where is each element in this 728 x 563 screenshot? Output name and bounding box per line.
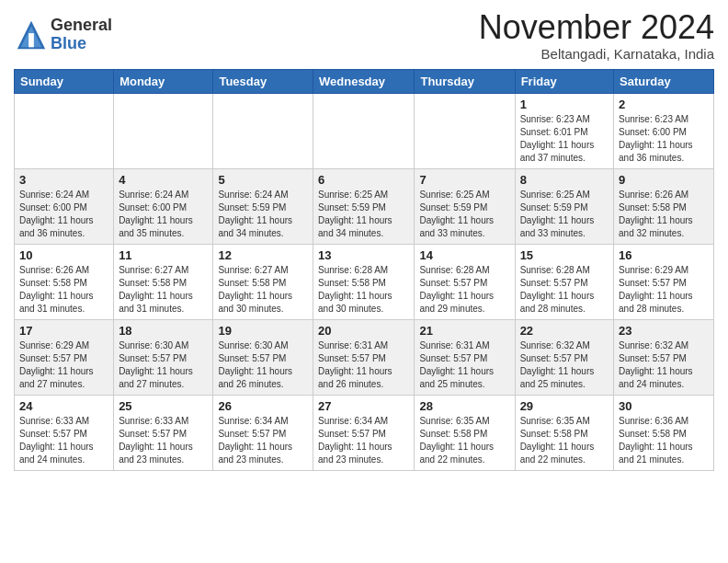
day-number: 21 (419, 324, 509, 338)
calendar-cell: 30Sunrise: 6:36 AM Sunset: 5:58 PM Dayli… (614, 395, 714, 470)
day-info: Sunrise: 6:30 AM Sunset: 5:57 PM Dayligh… (218, 339, 308, 391)
day-info: Sunrise: 6:28 AM Sunset: 5:58 PM Dayligh… (318, 264, 409, 316)
day-number: 2 (619, 98, 709, 111)
calendar-cell: 7Sunrise: 6:25 AM Sunset: 5:59 PM Daylig… (415, 168, 515, 244)
day-info: Sunrise: 6:28 AM Sunset: 5:57 PM Dayligh… (419, 264, 509, 316)
calendar: Sunday Monday Tuesday Wednesday Thursday… (14, 69, 714, 471)
calendar-cell: 26Sunrise: 6:34 AM Sunset: 5:57 PM Dayli… (213, 395, 313, 470)
day-info: Sunrise: 6:32 AM Sunset: 5:57 PM Dayligh… (619, 339, 709, 391)
day-info: Sunrise: 6:26 AM Sunset: 5:58 PM Dayligh… (19, 264, 108, 316)
day-number: 3 (19, 173, 108, 187)
calendar-header-row: Sunday Monday Tuesday Wednesday Thursday… (15, 69, 714, 93)
day-number: 17 (19, 324, 108, 338)
day-number: 4 (119, 173, 208, 187)
day-info: Sunrise: 6:33 AM Sunset: 5:57 PM Dayligh… (19, 415, 108, 466)
calendar-week-row: 17Sunrise: 6:29 AM Sunset: 5:57 PM Dayli… (15, 319, 714, 395)
day-number: 26 (218, 399, 308, 413)
calendar-cell (213, 93, 313, 168)
day-info: Sunrise: 6:25 AM Sunset: 5:59 PM Dayligh… (419, 189, 509, 240)
calendar-cell: 10Sunrise: 6:26 AM Sunset: 5:58 PM Dayli… (15, 244, 114, 319)
day-info: Sunrise: 6:31 AM Sunset: 5:57 PM Dayligh… (419, 339, 509, 391)
calendar-cell: 19Sunrise: 6:30 AM Sunset: 5:57 PM Dayli… (213, 319, 313, 395)
calendar-cell (415, 93, 515, 168)
day-info: Sunrise: 6:28 AM Sunset: 5:57 PM Dayligh… (520, 264, 609, 316)
day-number: 12 (218, 248, 308, 262)
day-number: 6 (318, 173, 409, 187)
calendar-week-row: 3Sunrise: 6:24 AM Sunset: 6:00 PM Daylig… (15, 168, 714, 244)
day-number: 10 (19, 248, 108, 262)
logo-text: General Blue (51, 17, 112, 53)
day-info: Sunrise: 6:30 AM Sunset: 5:57 PM Dayligh… (119, 339, 208, 391)
day-number: 13 (318, 248, 409, 262)
calendar-cell: 24Sunrise: 6:33 AM Sunset: 5:57 PM Dayli… (15, 395, 114, 470)
day-number: 23 (619, 324, 709, 338)
day-info: Sunrise: 6:31 AM Sunset: 5:57 PM Dayligh… (318, 339, 409, 391)
logo: General Blue (14, 17, 112, 53)
col-thursday: Thursday (415, 69, 515, 93)
col-wednesday: Wednesday (313, 69, 415, 93)
day-number: 16 (619, 248, 709, 262)
day-info: Sunrise: 6:24 AM Sunset: 5:59 PM Dayligh… (218, 189, 308, 240)
day-number: 25 (119, 399, 208, 413)
calendar-cell (15, 93, 114, 168)
calendar-week-row: 10Sunrise: 6:26 AM Sunset: 5:58 PM Dayli… (15, 244, 714, 319)
day-info: Sunrise: 6:27 AM Sunset: 5:58 PM Dayligh… (119, 264, 208, 316)
day-info: Sunrise: 6:36 AM Sunset: 5:58 PM Dayligh… (619, 415, 709, 466)
calendar-cell: 20Sunrise: 6:31 AM Sunset: 5:57 PM Dayli… (313, 319, 415, 395)
day-number: 7 (419, 173, 509, 187)
day-info: Sunrise: 6:24 AM Sunset: 6:00 PM Dayligh… (19, 189, 108, 240)
day-number: 28 (419, 399, 509, 413)
calendar-cell: 29Sunrise: 6:35 AM Sunset: 5:58 PM Dayli… (515, 395, 613, 470)
day-info: Sunrise: 6:35 AM Sunset: 5:58 PM Dayligh… (520, 415, 609, 466)
calendar-cell (114, 93, 213, 168)
calendar-cell: 5Sunrise: 6:24 AM Sunset: 5:59 PM Daylig… (213, 168, 313, 244)
day-number: 14 (419, 248, 509, 262)
calendar-cell: 17Sunrise: 6:29 AM Sunset: 5:57 PM Dayli… (15, 319, 114, 395)
calendar-cell: 25Sunrise: 6:33 AM Sunset: 5:57 PM Dayli… (114, 395, 213, 470)
col-monday: Monday (114, 69, 213, 93)
calendar-cell: 9Sunrise: 6:26 AM Sunset: 5:58 PM Daylig… (614, 168, 714, 244)
col-saturday: Saturday (614, 69, 714, 93)
day-number: 27 (318, 399, 409, 413)
day-number: 29 (520, 399, 609, 413)
calendar-cell: 14Sunrise: 6:28 AM Sunset: 5:57 PM Dayli… (415, 244, 515, 319)
day-number: 15 (520, 248, 609, 262)
day-info: Sunrise: 6:29 AM Sunset: 5:57 PM Dayligh… (19, 339, 108, 391)
svg-rect-2 (28, 33, 34, 47)
day-number: 24 (19, 399, 108, 413)
title-block: November 2024 Beltangadi, Karnataka, Ind… (479, 9, 714, 62)
day-info: Sunrise: 6:27 AM Sunset: 5:58 PM Dayligh… (218, 264, 308, 316)
calendar-week-row: 24Sunrise: 6:33 AM Sunset: 5:57 PM Dayli… (15, 395, 714, 470)
day-number: 20 (318, 324, 409, 338)
day-number: 1 (520, 98, 609, 111)
day-number: 22 (520, 324, 609, 338)
calendar-cell: 2Sunrise: 6:23 AM Sunset: 6:00 PM Daylig… (614, 93, 714, 168)
calendar-cell: 21Sunrise: 6:31 AM Sunset: 5:57 PM Dayli… (415, 319, 515, 395)
calendar-cell: 18Sunrise: 6:30 AM Sunset: 5:57 PM Dayli… (114, 319, 213, 395)
day-info: Sunrise: 6:24 AM Sunset: 6:00 PM Dayligh… (119, 189, 208, 240)
col-friday: Friday (515, 69, 613, 93)
calendar-cell: 8Sunrise: 6:25 AM Sunset: 5:59 PM Daylig… (515, 168, 613, 244)
day-info: Sunrise: 6:25 AM Sunset: 5:59 PM Dayligh… (318, 189, 409, 240)
calendar-cell (313, 93, 415, 168)
calendar-cell: 27Sunrise: 6:34 AM Sunset: 5:57 PM Dayli… (313, 395, 415, 470)
calendar-cell: 11Sunrise: 6:27 AM Sunset: 5:58 PM Dayli… (114, 244, 213, 319)
calendar-cell: 23Sunrise: 6:32 AM Sunset: 5:57 PM Dayli… (614, 319, 714, 395)
location: Beltangadi, Karnataka, India (479, 46, 714, 62)
logo-blue-text: Blue (51, 35, 112, 53)
day-info: Sunrise: 6:23 AM Sunset: 6:01 PM Dayligh… (520, 113, 609, 165)
calendar-cell: 22Sunrise: 6:32 AM Sunset: 5:57 PM Dayli… (515, 319, 613, 395)
day-info: Sunrise: 6:29 AM Sunset: 5:57 PM Dayligh… (619, 264, 709, 316)
calendar-cell: 16Sunrise: 6:29 AM Sunset: 5:57 PM Dayli… (614, 244, 714, 319)
calendar-cell: 15Sunrise: 6:28 AM Sunset: 5:57 PM Dayli… (515, 244, 613, 319)
day-info: Sunrise: 6:34 AM Sunset: 5:57 PM Dayligh… (318, 415, 409, 466)
header: General Blue November 2024 Beltangadi, K… (14, 9, 714, 62)
calendar-cell: 4Sunrise: 6:24 AM Sunset: 6:00 PM Daylig… (114, 168, 213, 244)
day-number: 11 (119, 248, 208, 262)
page: General Blue November 2024 Beltangadi, K… (0, 0, 728, 485)
day-info: Sunrise: 6:33 AM Sunset: 5:57 PM Dayligh… (119, 415, 208, 466)
calendar-cell: 13Sunrise: 6:28 AM Sunset: 5:58 PM Dayli… (313, 244, 415, 319)
calendar-week-row: 1Sunrise: 6:23 AM Sunset: 6:01 PM Daylig… (15, 93, 714, 168)
day-info: Sunrise: 6:26 AM Sunset: 5:58 PM Dayligh… (619, 189, 709, 240)
calendar-cell: 12Sunrise: 6:27 AM Sunset: 5:58 PM Dayli… (213, 244, 313, 319)
